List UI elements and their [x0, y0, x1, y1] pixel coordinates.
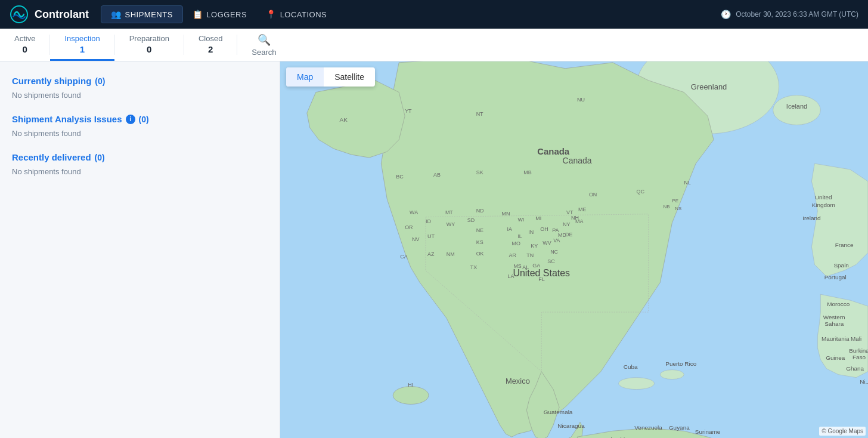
tab-search[interactable]: 🔍 Search: [237, 29, 290, 61]
section-title-currently-shipping: Currently shipping: [12, 76, 91, 86]
svg-text:TN: TN: [526, 252, 534, 258]
header-timestamp-area: 🕐 October 30, 2023 6:33 AM GMT (UTC): [721, 10, 858, 19]
svg-text:AR: AR: [509, 252, 516, 258]
map-attribution: © Google Maps: [819, 427, 866, 436]
svg-text:NL: NL: [684, 180, 690, 186]
svg-text:IN: IN: [528, 229, 534, 235]
section-analysis-issues: Shipment Analysis Issues i (0): [0, 109, 280, 127]
svg-text:NC: NC: [550, 249, 558, 255]
app-header: Controlant 👥 SHIPMENTS 📋 LOGGERS 📍 LOCAT…: [0, 0, 868, 29]
svg-text:MO: MO: [512, 240, 520, 246]
svg-text:Puerto Rico: Puerto Rico: [665, 360, 696, 367]
map-svg: Canada United States Mexico Cuba Puerto …: [280, 61, 868, 438]
svg-text:KY: KY: [531, 243, 538, 249]
svg-text:Iceland: Iceland: [786, 103, 807, 110]
section-title-analysis-issues: Shipment Analysis Issues: [12, 114, 122, 124]
svg-text:MS: MS: [513, 263, 521, 269]
svg-text:ND: ND: [476, 208, 484, 214]
svg-text:ME: ME: [578, 206, 586, 212]
svg-text:AK: AK: [340, 116, 348, 123]
svg-text:ID: ID: [426, 218, 431, 224]
svg-text:United: United: [815, 194, 832, 201]
svg-text:SD: SD: [467, 217, 475, 223]
svg-text:Mauritania: Mauritania: [822, 335, 850, 342]
svg-text:OK: OK: [476, 251, 484, 257]
svg-text:WA: WA: [410, 209, 418, 215]
svg-text:Guatemala: Guatemala: [544, 409, 573, 415]
logo-icon: [10, 5, 29, 24]
svg-text:NM: NM: [447, 251, 455, 257]
info-icon-analysis[interactable]: i: [126, 115, 135, 124]
svg-text:ON: ON: [589, 192, 597, 198]
svg-text:GA: GA: [532, 263, 540, 269]
svg-text:France: France: [835, 242, 854, 248]
satellite-view-button[interactable]: Satellite: [324, 67, 375, 87]
svg-text:NS: NS: [675, 206, 681, 211]
svg-text:NV: NV: [412, 236, 419, 242]
no-shipments-analysis-issues: No shipments found: [0, 127, 280, 147]
svg-text:Western: Western: [823, 314, 845, 320]
svg-text:Morocco: Morocco: [827, 301, 850, 307]
svg-text:Spain: Spain: [833, 262, 848, 269]
svg-text:BC: BC: [396, 174, 404, 180]
sidebar: Currently shipping (0) No shipments foun…: [0, 61, 280, 438]
svg-text:NY: NY: [563, 221, 570, 227]
app-name: Controlant: [35, 8, 89, 21]
svg-text:Ni...: Ni...: [860, 378, 868, 385]
timestamp: October 30, 2023 6:33 AM GMT (UTC): [736, 10, 858, 18]
svg-text:IA: IA: [507, 226, 512, 232]
loggers-icon: 📋: [193, 10, 203, 19]
svg-text:NU: NU: [577, 97, 585, 103]
section-recently-delivered: Recently delivered (0): [0, 147, 280, 165]
svg-text:AB: AB: [433, 172, 441, 178]
svg-text:HI: HI: [408, 382, 413, 388]
nav-shipments[interactable]: 👥 SHIPMENTS: [101, 5, 183, 23]
tab-preparation[interactable]: Preparation 0: [115, 29, 184, 61]
svg-text:Canada: Canada: [537, 146, 570, 156]
svg-text:DE: DE: [565, 232, 572, 237]
svg-point-6: [660, 370, 684, 380]
svg-text:Suriname: Suriname: [695, 428, 721, 435]
map-view-button[interactable]: Map: [286, 67, 324, 87]
no-shipments-recently-delivered: No shipments found: [0, 165, 280, 186]
tab-closed[interactable]: Closed 2: [184, 29, 237, 61]
nav-locations[interactable]: 📍 LOCATIONS: [256, 6, 336, 23]
no-shipments-currently-shipping: No shipments found: [0, 88, 280, 109]
logo-area: Controlant: [10, 5, 89, 24]
svg-text:TX: TX: [470, 264, 477, 270]
svg-text:VT: VT: [566, 209, 574, 215]
svg-text:FL: FL: [538, 276, 544, 282]
svg-text:Sahara: Sahara: [824, 320, 844, 327]
svg-text:MI: MI: [535, 215, 541, 221]
svg-text:WV: WV: [542, 240, 551, 246]
svg-text:Guinea: Guinea: [826, 354, 845, 361]
svg-text:YT: YT: [405, 108, 412, 114]
tabs-bar: Active 0 Inspection 1 Preparation 0 Clos…: [0, 29, 868, 61]
svg-point-4: [393, 387, 429, 405]
tab-inspection[interactable]: Inspection 1: [50, 29, 114, 61]
svg-text:Faso: Faso: [852, 354, 866, 360]
shipments-icon: 👥: [111, 10, 122, 19]
svg-text:Ghana: Ghana: [846, 365, 864, 372]
svg-text:IL: IL: [517, 233, 522, 239]
main-layout: Currently shipping (0) No shipments foun…: [0, 61, 868, 438]
svg-text:Mexico: Mexico: [506, 377, 530, 385]
nav-loggers[interactable]: 📋 LOGGERS: [183, 6, 256, 23]
svg-text:UT: UT: [427, 233, 435, 239]
svg-text:Cuba: Cuba: [624, 363, 638, 370]
svg-text:PE: PE: [672, 198, 678, 203]
svg-text:Burkina: Burkina: [849, 347, 868, 354]
svg-text:MA: MA: [575, 218, 583, 224]
svg-text:OH: OH: [540, 226, 548, 232]
svg-text:WY: WY: [447, 221, 455, 227]
svg-text:Ireland: Ireland: [802, 215, 820, 221]
section-currently-shipping: Currently shipping (0): [0, 71, 280, 88]
svg-text:Mali: Mali: [851, 335, 861, 342]
svg-text:AL: AL: [522, 264, 529, 270]
tab-active[interactable]: Active 0: [0, 29, 49, 61]
map-area: Map Satellite: [280, 61, 868, 438]
section-count-recently-delivered: (0): [95, 153, 105, 162]
locations-icon: 📍: [266, 10, 277, 19]
section-title-recently-delivered: Recently delivered: [12, 152, 91, 162]
svg-text:Greenland: Greenland: [691, 82, 727, 91]
